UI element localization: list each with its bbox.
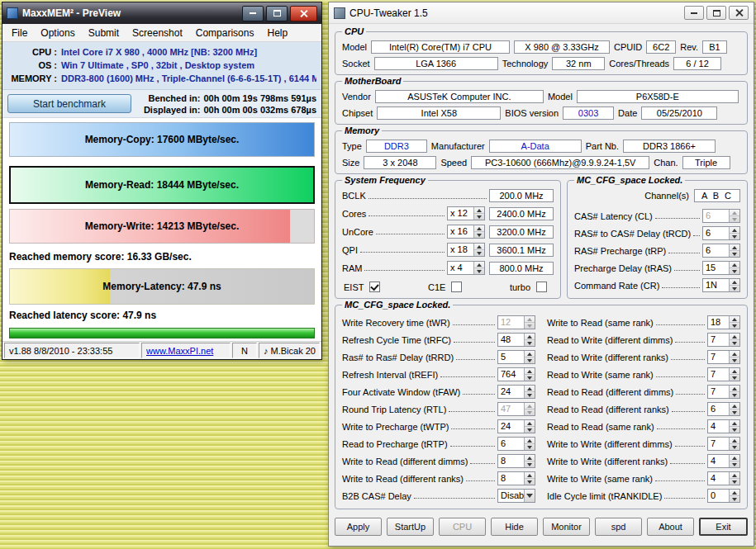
spinner-down-icon[interactable] <box>525 478 535 485</box>
cpu-button[interactable]: CPU <box>439 518 486 536</box>
cores-multiplier-value[interactable]: x 12 <box>448 207 473 220</box>
monitor-button[interactable]: Monitor <box>543 518 590 536</box>
close-button[interactable] <box>729 6 749 20</box>
spinner-up-icon[interactable] <box>474 244 484 249</box>
spinner-up-icon[interactable] <box>730 368 739 374</box>
qpi-multiplier-value[interactable]: x 18 <box>448 244 473 256</box>
timing-value[interactable]: 6 <box>708 403 729 415</box>
timing-value[interactable]: 48 <box>498 334 524 346</box>
spd-button[interactable]: spd <box>595 518 642 536</box>
timing-spinner[interactable]: 764 <box>497 367 535 381</box>
startup-button[interactable]: StartUp <box>387 518 434 536</box>
timing-spinner[interactable]: 6 <box>707 402 740 416</box>
spinner-down-icon[interactable] <box>730 426 739 433</box>
spinner-up-icon[interactable] <box>730 455 739 461</box>
spinner-up-icon[interactable] <box>525 334 535 339</box>
spinner-up-icon[interactable] <box>730 351 739 357</box>
spinner-down-icon[interactable] <box>525 322 535 329</box>
timing-spinner[interactable]: 6 <box>497 437 535 451</box>
spinner-up-icon[interactable] <box>730 403 739 409</box>
menu-item[interactable]: Comparisons <box>189 26 261 40</box>
timing-spinner[interactable]: 7 <box>707 385 740 399</box>
spinner-down-icon[interactable] <box>730 267 739 274</box>
timing-value[interactable]: 15 <box>703 262 729 274</box>
spinner-down-icon[interactable] <box>730 461 739 467</box>
timing-spinner[interactable]: 8 <box>497 454 535 468</box>
spinner-up-icon[interactable] <box>474 207 484 213</box>
spinner-down-icon[interactable] <box>525 443 535 450</box>
spinner-down-icon[interactable] <box>474 213 484 220</box>
exit-button[interactable]: Exit <box>699 518 748 536</box>
timing-value[interactable]: 8 <box>498 472 524 485</box>
maxxpi-link[interactable]: www.MaxxPI.net <box>141 343 231 358</box>
timing-spinner[interactable]: 24 <box>497 419 535 433</box>
menu-item[interactable]: Submit <box>82 26 126 40</box>
maximize-button[interactable] <box>266 6 288 21</box>
spinner-down-icon[interactable] <box>474 267 484 274</box>
timing-value[interactable]: 6 <box>703 210 729 222</box>
spinner-up-icon[interactable] <box>730 244 739 250</box>
timing-spinner[interactable]: 48 <box>497 333 535 347</box>
qpi-multiplier-spinner[interactable]: x 18 <box>447 243 485 257</box>
spinner-down-icon[interactable] <box>525 391 535 398</box>
timing-value[interactable]: 4 <box>708 455 729 467</box>
timing-value[interactable]: 7 <box>708 351 729 363</box>
spinner-down-icon[interactable] <box>525 357 535 363</box>
timing-spinner[interactable]: 12 <box>497 315 535 329</box>
hide-button[interactable]: Hide <box>491 518 538 536</box>
spinner-up-icon[interactable] <box>525 386 535 391</box>
c1e-checkbox[interactable] <box>451 282 462 292</box>
spinner-down-icon[interactable] <box>525 461 535 467</box>
ram-multiplier-spinner[interactable]: x 4 <box>447 261 485 275</box>
cores-multiplier-spinner[interactable]: x 12 <box>447 206 485 220</box>
spinner-down-icon[interactable] <box>730 495 739 502</box>
timing-spinner[interactable]: 7 <box>707 350 740 364</box>
timing-value[interactable]: 7 <box>708 438 729 450</box>
menu-item[interactable]: Screenshot <box>126 26 189 40</box>
timing-value[interactable]: 6 <box>703 227 729 239</box>
spinner-up-icon[interactable] <box>730 420 739 426</box>
spinner-down-icon[interactable] <box>525 339 535 346</box>
spinner-up-icon[interactable] <box>730 438 739 443</box>
apply-button[interactable]: Apply <box>335 518 382 536</box>
timing-spinner[interactable]: 0 <box>707 489 740 503</box>
spinner-down-icon[interactable] <box>525 426 535 433</box>
eist-checkbox[interactable] <box>369 282 380 292</box>
title-bar[interactable]: MaxxMEM² - PreView <box>2 2 321 24</box>
spinner-up-icon[interactable] <box>730 227 739 233</box>
timing-spinner[interactable]: 7 <box>707 333 740 347</box>
title-bar[interactable]: CPU-Tweaker 1.5 <box>329 2 754 24</box>
timing-spinner[interactable]: 7 <box>707 437 740 451</box>
timing-value[interactable]: 6 <box>703 244 729 257</box>
spinner-down-icon[interactable] <box>730 374 739 381</box>
menu-item[interactable]: Help <box>260 26 294 40</box>
spinner-down-icon[interactable] <box>730 409 739 415</box>
spinner-up-icon[interactable] <box>525 351 535 357</box>
menu-item[interactable]: Options <box>34 26 81 40</box>
turbo-checkbox[interactable] <box>536 282 547 292</box>
spinner-down-icon[interactable] <box>730 285 739 291</box>
timing-value[interactable]: 5 <box>498 351 524 363</box>
spinner-down-icon[interactable] <box>525 409 535 415</box>
timing-value[interactable]: Disab. <box>498 490 524 502</box>
maximize-button[interactable] <box>706 6 726 20</box>
timing-value[interactable]: 24 <box>498 420 524 433</box>
timing-spinner[interactable]: 4 <box>707 471 740 485</box>
spinner-down-icon[interactable] <box>474 249 484 256</box>
uncore-multiplier-value[interactable]: x 16 <box>448 225 473 238</box>
spinner-up-icon[interactable] <box>730 386 739 391</box>
timing-spinner[interactable]: 24 <box>497 385 535 399</box>
timing-value[interactable]: 7 <box>708 334 729 346</box>
spinner-down-icon[interactable] <box>730 250 739 257</box>
spinner-up-icon[interactable] <box>525 368 535 374</box>
timing-spinner[interactable]: 5 <box>497 350 535 364</box>
spinner-up-icon[interactable] <box>525 472 535 478</box>
spinner-down-icon[interactable] <box>730 478 739 485</box>
spinner-up-icon[interactable] <box>730 472 739 478</box>
spinner-down-icon[interactable] <box>730 357 739 363</box>
spinner-up-icon[interactable] <box>525 455 535 461</box>
timing-value[interactable]: 18 <box>708 316 729 329</box>
timing-spinner[interactable]: 4 <box>707 419 740 433</box>
timing-spinner[interactable]: 6 <box>702 226 740 240</box>
spinner-up-icon[interactable] <box>525 438 535 443</box>
